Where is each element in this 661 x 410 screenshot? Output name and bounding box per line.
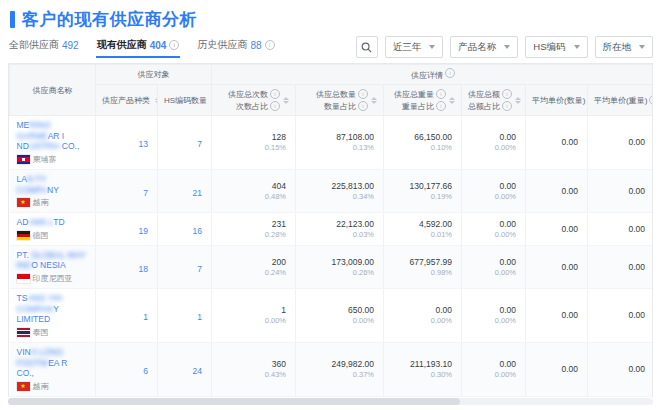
supplier-product-types-link[interactable]: 7 [143, 188, 148, 198]
qty_pct: 0.00% [302, 316, 374, 325]
hs-code-count-link[interactable]: 24 [193, 366, 202, 376]
count_pct: 0.43% [218, 370, 286, 379]
col-header-total-weight[interactable]: 供应总重量重量占比 [384, 85, 462, 116]
info-icon[interactable] [265, 40, 275, 50]
hs-code-count-link[interactable]: 7 [197, 264, 202, 274]
tab-现有供应商[interactable]: 现有供应商404 [96, 36, 181, 58]
total_count: 404 [218, 181, 286, 191]
supplier-name-cell: PT. GLOBAL WAY INDO NESIA印度尼西亚 [10, 245, 96, 288]
product_types-cell: 1 [96, 289, 158, 343]
tab-全部供应商[interactable]: 全部供应商492 [8, 36, 80, 58]
supplier-name-link[interactable]: ADAMS LTD [17, 217, 87, 228]
count_pct: 0.00% [218, 316, 286, 325]
sort-icon[interactable] [515, 97, 521, 104]
total_count: 360 [218, 359, 286, 369]
col-header-hs-code-count[interactable]: HS编码数量 [158, 85, 212, 116]
info-icon[interactable] [270, 89, 280, 99]
filter-dropdown-所在地[interactable]: 所在地 [595, 36, 654, 58]
sort-icon[interactable] [371, 97, 377, 104]
country-label: 柬埔寨 [33, 154, 57, 165]
tab-历史供应商[interactable]: 历史供应商88 [196, 36, 275, 58]
info-icon[interactable] [169, 40, 179, 50]
hs-code-count-link[interactable]: 16 [193, 226, 202, 236]
info-icon[interactable] [502, 89, 512, 99]
supplier-product-types-link[interactable]: 18 [139, 264, 148, 274]
hs-code-count-link[interactable]: 21 [193, 188, 202, 198]
filter-bar: 近三年产品名称HS编码所在地 [356, 36, 653, 58]
supplier-product-types-link[interactable]: 6 [143, 366, 148, 376]
supplier-name-cell: TSANG YIH COMPANY LIMITED泰国 [10, 289, 96, 343]
hs-code-count-link[interactable]: 1 [197, 312, 202, 322]
col-header-supplier-name: 供应商名称 [10, 65, 96, 116]
hs_codes-cell: 24 [158, 342, 212, 396]
country-label: 越南 [33, 197, 49, 208]
total_weight-cell: 66,150.000.10% [384, 116, 462, 170]
info-icon[interactable] [445, 68, 455, 78]
total_count-cell: 230.03% [212, 396, 296, 397]
filter-dropdown-HS编码[interactable]: HS编码 [525, 36, 587, 58]
total_weight: 66,150.00 [390, 132, 452, 142]
info-icon[interactable] [436, 89, 446, 99]
total_qty-cell: 650.000.00% [296, 289, 384, 343]
supplier-name-link[interactable]: MERINO GARMEAR I NDUSTRIA CO., [17, 120, 87, 152]
info-icon[interactable] [358, 101, 368, 111]
country-label: 德国 [33, 230, 49, 241]
filter-dropdown-产品名称[interactable]: 产品名称 [450, 36, 518, 58]
col-header-total-quantity[interactable]: 供应总数量数量占比 [296, 85, 384, 116]
total_amount-cell: 0.000.00% [462, 342, 526, 396]
avg_price_qty-cell: 0.00 [526, 396, 588, 397]
col-header-product-types[interactable]: 供应产品种类 [96, 85, 158, 116]
total_weight-cell: 0.000.00% [384, 289, 462, 343]
country-label: 泰国 [33, 327, 49, 338]
info-icon[interactable] [358, 89, 368, 99]
avg_price_qty-cell: 0.00 [526, 245, 588, 288]
indonesia-flag-icon [17, 274, 30, 283]
chevron-down-icon [639, 45, 645, 49]
supplier-name-cell: VINH LONG FOOTWEA R CO.,越南 [10, 342, 96, 396]
scrollbar-thumb[interactable] [8, 398, 460, 405]
total_weight: 211,193.10 [390, 359, 452, 369]
total_amount-cell: 0.000.00% [462, 245, 526, 288]
filter-dropdown-近三年[interactable]: 近三年 [385, 36, 444, 58]
count_pct: 0.28% [218, 230, 286, 239]
hs-code-count-link[interactable]: 7 [197, 139, 202, 149]
count_pct: 0.24% [218, 268, 286, 277]
cambodia-flag-icon [17, 155, 30, 164]
total_amount: 0.00 [468, 132, 516, 142]
table-row: TSANG YIH COMPANY LIMITED泰国1110.00%650.0… [10, 289, 654, 343]
supplier-name-link[interactable]: TSANG YIH COMPANY LIMITED [17, 293, 87, 325]
total_qty: 22,123.00 [302, 219, 374, 229]
col-header-avg-price-quantity[interactable]: 平均单价(数量) [526, 85, 588, 116]
sort-icon[interactable] [449, 97, 455, 104]
total_qty: 173,009.00 [302, 257, 374, 267]
col-header-avg-price-weight[interactable]: 平均单价(重量) [588, 85, 654, 116]
amount_pct: 0.00% [468, 268, 516, 277]
dropdown-label: 所在地 [603, 41, 632, 54]
supplier-product-types-link[interactable]: 1 [143, 312, 148, 322]
chevron-down-icon [574, 45, 580, 49]
col-header-total-count[interactable]: 供应总次数次数占比 [212, 85, 296, 116]
supplier-product-types-link[interactable]: 19 [139, 226, 148, 236]
tab-label: 历史供应商 [197, 38, 247, 52]
supplier-name-link[interactable]: PT. GLOBAL WAY INDO NESIA [17, 250, 87, 271]
sort-icon[interactable] [283, 97, 289, 104]
hs_codes-cell: 21 [158, 169, 212, 212]
supplier-product-types-link[interactable]: 13 [139, 139, 148, 149]
total_count-cell: 10.00% [212, 289, 296, 343]
thailand-flag-icon [17, 328, 30, 337]
suppliers-table: 供应商名称 供应对象 供应详情 供应产品种类 HS编码数量 供应总次数次数占比 … [8, 63, 653, 397]
total_qty-cell: 87,108.000.13% [296, 116, 384, 170]
supplier-name-link[interactable]: LAN TY COMPANY [17, 174, 87, 195]
hs_codes-cell: 7 [158, 116, 212, 170]
info-icon[interactable] [436, 101, 446, 111]
horizontal-scrollbar[interactable] [8, 398, 653, 405]
info-icon[interactable] [502, 101, 512, 111]
info-icon[interactable] [270, 101, 280, 111]
col-header-total-amount[interactable]: 供应总额总额占比 [462, 85, 526, 116]
info-icon[interactable] [649, 95, 653, 105]
supplier-name-link[interactable]: VINH LONG FOOTWEA R CO., [17, 347, 87, 379]
table-row: MACRON LINE SE RVICES CHINA中国(香港)611230.… [10, 396, 654, 397]
col-group-supply-target: 供应对象 [96, 65, 212, 85]
search-button[interactable] [356, 36, 378, 58]
total_amount-cell: 0.000.00% [462, 169, 526, 212]
